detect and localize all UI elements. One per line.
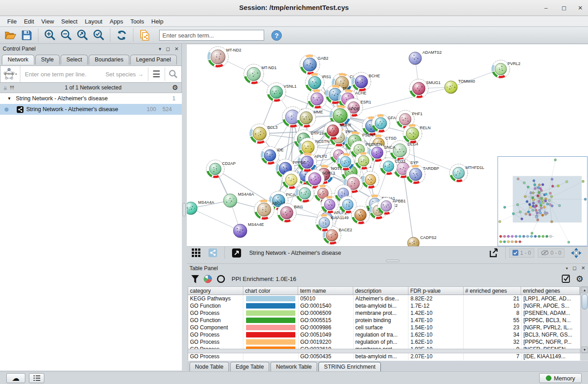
node[interactable] [282,171,300,189]
tab-network[interactable]: Network [2,55,34,65]
help-icon[interactable]: ? [270,28,283,42]
maximize-button[interactable]: ◻ [560,4,568,12]
pan-compass-icon[interactable] [569,246,583,260]
table-row[interactable]: GO FunctionGO:0005515protein binding1.47… [188,317,580,324]
table-tab-node-table[interactable]: Node Table [190,362,229,371]
splitter-handle[interactable] [183,203,185,216]
node-bin1[interactable]: BIN1 [277,203,303,222]
menu-edit[interactable]: Edit [20,17,38,26]
column-header-term-name[interactable]: term name [298,287,353,295]
node[interactable] [339,196,356,213]
node-pvrl2[interactable]: PVRL2 [492,60,521,78]
table-row[interactable]: GO ProcessGO:0019220regulation of ph...1… [188,338,580,346]
zoom-in-icon[interactable] [43,28,57,42]
node-ms4a4a[interactable]: MS4A4A [187,200,214,215]
network-options-gear-icon[interactable]: ⚙ [172,84,178,92]
node-adamts2[interactable]: ADAMTS2 [409,50,442,65]
column-header-description[interactable]: description [353,287,408,295]
menu-apps[interactable]: Apps [106,17,127,26]
string-search-icon[interactable] [165,66,181,82]
table-row[interactable]: GO ProcessGO:0050435beta-amyloid m...2.0… [188,353,580,360]
node-gab2[interactable]: GAB2 [300,55,328,75]
scroll-down-arrow[interactable]: ▼ [582,347,588,353]
zoom-out-icon[interactable] [59,28,73,42]
table-tab-string-enrichment[interactable]: STRING Enrichment [318,362,381,371]
memory-button[interactable]: Memory [539,373,582,383]
pie-chart-icon[interactable] [204,275,212,283]
column-header-chart-color[interactable]: chart color [243,287,299,295]
column-header--enriched-genes[interactable]: # enriched genes [464,287,522,295]
node-cadps2[interactable]: CADPS2 [408,235,436,246]
node-ms4a6a[interactable]: MS4A6A [223,192,254,207]
node[interactable] [296,184,314,202]
ring-chart-icon[interactable] [217,275,225,283]
tab-style[interactable]: Style [35,55,60,65]
node[interactable] [362,171,379,188]
network-collection-row[interactable]: ▼ String Network - Alzheimer's disease 1 [0,93,182,104]
node-mthfd1l[interactable]: MTHFD1L [450,164,484,182]
float-panel-icon[interactable]: ◻ [573,265,577,271]
search-input[interactable] [159,30,264,41]
table-row[interactable]: KEGG Pathways05010Alzheimer's dise...8.8… [188,295,580,302]
string-term-input[interactable]: Enter one term per line. [20,71,105,78]
node-reln[interactable]: RELN [403,124,431,143]
task-history-button[interactable] [29,373,44,383]
grid-view-icon[interactable] [190,246,203,260]
node-mme[interactable]: MME [297,108,323,127]
table-row[interactable]: GO ProcessGO:0006509membrane prot...1.42… [188,309,580,317]
node[interactable] [337,153,354,170]
menu-view[interactable]: View [38,17,57,26]
cloud-tasks-button[interactable]: ☁ [6,373,25,383]
table-horizontal-scrollbar[interactable] [188,349,580,353]
zoom-fit-icon[interactable] [76,28,89,42]
save-session-icon[interactable] [20,28,33,42]
table-row[interactable]: GO FunctionGO:0001540beta-amyloid bi...1… [188,302,580,309]
birdseye-view[interactable] [498,156,588,246]
close-panel-icon[interactable]: ✕ [581,265,585,271]
menu-tools[interactable]: Tools [127,17,147,26]
edge[interactable] [191,208,240,231]
horizontal-splitter[interactable] [187,259,588,263]
menu-layout[interactable]: Layout [81,17,106,26]
table-tab-network-table[interactable]: Network Table [270,362,317,371]
zoom-selected-icon[interactable] [92,28,105,42]
node-apbb1[interactable]: APBB1 [378,197,406,215]
set-species-link[interactable]: Set species → [105,71,148,78]
expander-icon[interactable]: ▼ [7,96,11,101]
panel-menu-icon[interactable]: ▾ [566,266,568,271]
expand-all-icon[interactable]: ⤒⤒ [10,85,14,91]
node-gfap[interactable]: GFAP [372,114,398,132]
clone-network-icon[interactable] [138,28,152,42]
open-file-icon[interactable] [4,28,17,42]
close-button[interactable]: ✕ [576,4,584,12]
close-panel-icon[interactable]: ✕ [175,46,179,52]
column-header-FDR-p-value[interactable]: FDR p-value [408,287,464,295]
table-settings-gear-icon[interactable]: ⚙ [576,275,583,283]
scroll-up-arrow[interactable]: ▲ [582,287,588,293]
detach-view-icon[interactable] [230,246,243,260]
string-logo-icon[interactable]: STRING [0,66,20,82]
node-tardbp[interactable]: TARDBP [406,165,439,184]
node-bcl3[interactable]: BCL3 [250,124,278,144]
tab-select[interactable]: Select [61,55,88,65]
network-view-icon[interactable] [206,246,219,260]
refresh-icon[interactable] [115,28,128,42]
network-row-selected[interactable]: String Network - Alzheimer's disease 100… [0,104,182,115]
float-panel-icon[interactable]: ◻ [166,46,170,52]
node-cd2ap[interactable]: CD2AP [206,160,236,178]
panel-menu-icon[interactable]: ▾ [159,46,161,52]
table-vertical-scrollbar[interactable]: ▲ ▼ [581,286,588,353]
menu-select[interactable]: Select [57,17,81,26]
tab-legend-panel[interactable]: Legend Panel [130,55,177,65]
filter-icon[interactable] [191,275,199,283]
node-vsnl1[interactable]: VSNL1 [267,83,297,102]
node-mt-nd2[interactable]: MT-ND2 [208,47,242,67]
node[interactable] [321,196,338,213]
node-smug1[interactable]: SMUG1 [409,79,441,98]
menu-file[interactable]: File [4,17,20,26]
minimize-button[interactable]: – [542,4,550,12]
column-header-category[interactable]: category [188,287,243,295]
table-row[interactable]: GO ComponentGO:0009986cell surface1.54E-… [188,324,580,331]
tab-boundaries[interactable]: Boundaries [89,55,129,65]
collapse-all-icon[interactable]: ⤓⤓ [4,85,6,91]
